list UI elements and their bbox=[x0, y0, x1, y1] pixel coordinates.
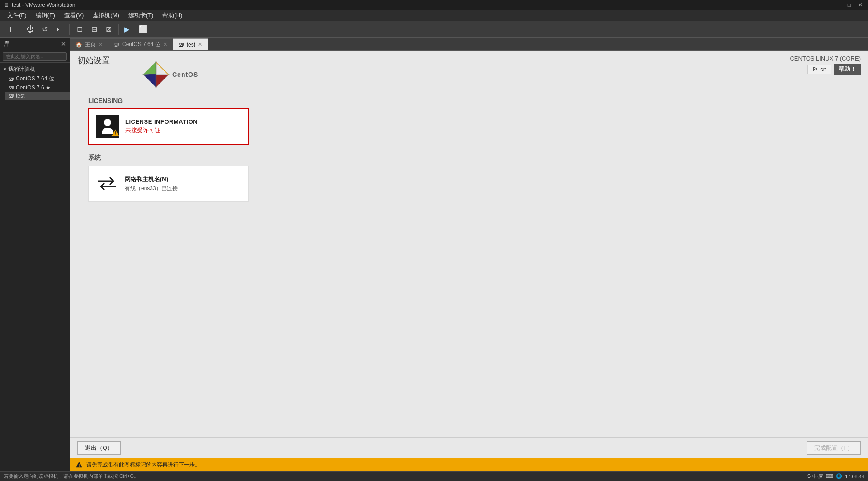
sidebar: 库 ✕ ▾ 我的计算机 🖳 CentOS 7 64 位 🖳 CentOS 7.6… bbox=[0, 38, 70, 471]
help-button[interactable]: 帮助！ bbox=[834, 64, 861, 75]
sidebar-close-icon[interactable]: ✕ bbox=[61, 41, 66, 47]
sidebar-item-centos64[interactable]: 🖳 CentOS 7 64 位 bbox=[5, 74, 70, 84]
toolbar-revert-button[interactable]: ↺ bbox=[38, 23, 51, 36]
content-area: 🏠 主页 ✕ 🖳 CentOS 7 64 位 ✕ 🖳 test ✕ 初始设置 bbox=[70, 38, 868, 471]
page-title: 初始设置 bbox=[77, 55, 110, 66]
titlebar: 🖥 test - VMware Workstation — □ ✕ bbox=[0, 0, 868, 10]
menubar: 文件(F) 编辑(E) 查看(V) 虚拟机(M) 选项卡(T) 帮助(H) bbox=[0, 10, 868, 21]
toolbar-fullscreen-button[interactable]: ⊠ bbox=[102, 23, 115, 36]
menu-vm[interactable]: 虚拟机(M) bbox=[89, 10, 123, 20]
sidebar-item-label: 我的计算机 bbox=[8, 65, 35, 73]
statusbar-ime-icon: S 中·麦 bbox=[807, 473, 823, 480]
toolbar-console-button[interactable]: ▶_ bbox=[123, 23, 135, 36]
sidebar-item-my-computer[interactable]: ▾ 我的计算机 bbox=[0, 65, 70, 74]
licensing-card[interactable]: ! LICENSE INFORMATION 未接受许可证 bbox=[88, 108, 249, 145]
statusbar-left-text: 若要输入定向到该虚拟机，请在虚拟机内部单击或按 Ctrl+G。 bbox=[4, 473, 139, 480]
app-icon: 🖥 bbox=[4, 2, 9, 8]
toolbar: ⏸ ⏻ ↺ ⏯ ⊡ ⊟ ⊠ ▶_ ⬜ bbox=[0, 21, 868, 38]
vm-icon: 🖳 bbox=[9, 93, 14, 98]
flag-icon: 🏳 bbox=[812, 66, 818, 73]
toolbar-suspend-button[interactable]: ⏯ bbox=[53, 23, 66, 36]
maximize-button[interactable]: □ bbox=[846, 2, 853, 8]
toolbar-separator-2 bbox=[69, 24, 70, 35]
vm-content: 初始设置 CENTOS LINUX 7 (CORE) 🏳 cn 帮助！ bbox=[70, 51, 868, 471]
os-screen: 初始设置 CENTOS LINUX 7 (CORE) 🏳 cn 帮助！ bbox=[70, 51, 868, 471]
sidebar-item-centos76[interactable]: 🖳 CentOS 7.6 ★ bbox=[5, 84, 70, 92]
tab-test[interactable]: 🖳 test ✕ bbox=[173, 38, 208, 50]
menu-file[interactable]: 文件(F) bbox=[4, 10, 30, 20]
titlebar-left: 🖥 test - VMware Workstation bbox=[4, 2, 75, 8]
network-card[interactable]: 网络和主机名(N) 有线（ens33）已连接 bbox=[88, 166, 249, 202]
network-icon-box bbox=[96, 173, 118, 195]
sidebar-header: 库 ✕ bbox=[0, 38, 70, 50]
license-status: 未接受许可证 bbox=[125, 126, 198, 135]
svg-marker-5 bbox=[143, 74, 156, 87]
main-layout: 库 ✕ ▾ 我的计算机 🖳 CentOS 7 64 位 🖳 CentOS 7.6… bbox=[0, 38, 868, 471]
tab-label: test bbox=[187, 42, 195, 48]
warning-bar: ! 请先完成带有此图标标记的内容再进行下一步。 bbox=[70, 458, 868, 471]
warning-badge: ! bbox=[111, 129, 120, 139]
menu-tabs[interactable]: 选项卡(T) bbox=[125, 10, 157, 20]
tabs-bar: 🏠 主页 ✕ 🖳 CentOS 7 64 位 ✕ 🖳 test ✕ bbox=[70, 38, 868, 51]
network-status: 有线（ens33）已连接 bbox=[125, 185, 178, 192]
finish-config-button[interactable]: 完成配置（F） bbox=[807, 441, 861, 455]
sidebar-item-label: CentOS 7 64 位 bbox=[16, 75, 54, 83]
menu-view[interactable]: 查看(V) bbox=[61, 10, 87, 20]
toolbar-separator-3 bbox=[118, 24, 119, 35]
titlebar-right: — □ ✕ bbox=[833, 2, 864, 8]
vm-tab-icon: 🖳 bbox=[114, 42, 119, 48]
sidebar-search-input[interactable] bbox=[3, 52, 67, 61]
network-title: 网络和主机名(N) bbox=[125, 175, 178, 183]
tab-home-close[interactable]: ✕ bbox=[99, 42, 103, 47]
os-header: 初始设置 CENTOS LINUX 7 (CORE) 🏳 cn 帮助！ bbox=[70, 51, 868, 75]
sidebar-item-label: test bbox=[16, 93, 24, 99]
tab-home[interactable]: 🏠 主页 ✕ bbox=[70, 38, 108, 50]
statusbar-right: S 中·麦 ⌨ 🌐 17:08:44 bbox=[807, 473, 864, 480]
vm-icon: 🖳 bbox=[9, 85, 14, 90]
warning-icon: ! bbox=[75, 462, 83, 468]
tab-test-close[interactable]: ✕ bbox=[198, 42, 202, 47]
svg-point-8 bbox=[104, 119, 111, 126]
menu-help[interactable]: 帮助(H) bbox=[159, 10, 186, 20]
centos-version: CENTOS LINUX 7 (CORE) bbox=[790, 55, 861, 62]
window-title: test - VMware Workstation bbox=[12, 2, 75, 8]
menu-edit[interactable]: 编辑(E) bbox=[32, 10, 59, 20]
sidebar-item-test[interactable]: 🖳 test bbox=[5, 92, 70, 100]
system-section: 系统 bbox=[88, 154, 850, 202]
sidebar-title: 库 bbox=[4, 40, 9, 48]
license-icon-box: ! bbox=[96, 115, 119, 138]
tab-centos64[interactable]: 🖳 CentOS 7 64 位 ✕ bbox=[108, 38, 173, 50]
toolbar-display-button[interactable]: ⬜ bbox=[137, 23, 150, 36]
toolbar-pause-button[interactable]: ⏸ bbox=[4, 23, 16, 36]
svg-text:!: ! bbox=[114, 131, 116, 136]
tab-label: CentOS 7 64 位 bbox=[122, 41, 160, 48]
licensing-section-label: LICENSING bbox=[88, 97, 850, 104]
toolbar-fit-button[interactable]: ⊡ bbox=[73, 23, 86, 36]
tab-label: 主页 bbox=[85, 41, 96, 48]
license-info-title: LICENSE INFORMATION bbox=[125, 118, 198, 125]
os-top-right: CENTOS LINUX 7 (CORE) 🏳 cn 帮助！ bbox=[790, 55, 861, 75]
toolbar-unity-button[interactable]: ⊟ bbox=[88, 23, 100, 36]
toolbar-separator-1 bbox=[20, 24, 20, 35]
sidebar-tree: ▾ 我的计算机 🖳 CentOS 7 64 位 🖳 CentOS 7.6 ★ 🖳… bbox=[0, 63, 70, 471]
warning-text: 请先完成带有此图标标记的内容再进行下一步。 bbox=[86, 461, 200, 469]
lang-help-row: 🏳 cn 帮助！ bbox=[807, 64, 861, 75]
network-text: 网络和主机名(N) 有线（ens33）已连接 bbox=[125, 175, 178, 192]
quit-button[interactable]: 退出（Q） bbox=[77, 441, 121, 455]
statusbar-keyboard-icon: ⌨ bbox=[826, 473, 833, 479]
sidebar-item-label: CentOS 7.6 ★ bbox=[16, 84, 51, 91]
svg-marker-4 bbox=[156, 75, 169, 87]
svg-text:!: ! bbox=[79, 463, 80, 467]
licensing-section: LICENSING bbox=[88, 97, 850, 145]
close-button[interactable]: ✕ bbox=[856, 2, 864, 8]
vm-tab-icon: 🖳 bbox=[179, 42, 184, 48]
sidebar-search-area bbox=[0, 50, 70, 63]
statusbar-time: 17:08:44 bbox=[845, 474, 864, 479]
statusbar-network-icon: 🌐 bbox=[836, 473, 842, 479]
minimize-button[interactable]: — bbox=[833, 2, 842, 8]
toolbar-power-button[interactable]: ⏻ bbox=[24, 23, 37, 36]
license-text: LICENSE INFORMATION 未接受许可证 bbox=[125, 118, 198, 135]
language-button[interactable]: 🏳 cn bbox=[807, 65, 831, 74]
expand-icon: ▾ bbox=[4, 66, 6, 72]
tab-centos64-close[interactable]: ✕ bbox=[163, 42, 167, 47]
